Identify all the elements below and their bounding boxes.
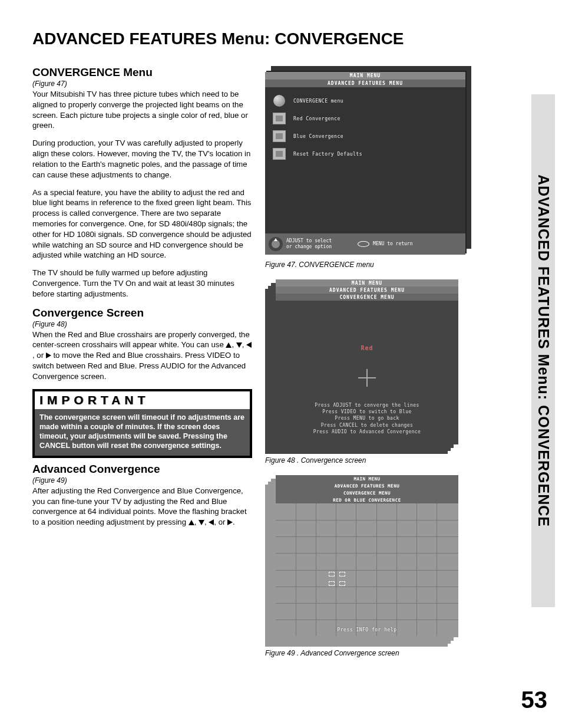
heading-convergence-menu: CONVERGENCE Menu	[32, 66, 252, 79]
fig47-item-3: Reset Factory Defaults	[272, 147, 465, 160]
fig49-grid: Press INFO for help	[276, 503, 458, 636]
fig47-item-2: Blue Convergence	[272, 130, 465, 143]
heading-advanced-convergence: Advanced Convergence	[32, 463, 252, 476]
para-cm-1: Your Mitsubishi TV has three picture tub…	[32, 89, 252, 131]
figref-47: (Figure 47)	[32, 80, 252, 88]
square-icon	[273, 148, 286, 160]
para-ac-1b: .	[233, 518, 235, 526]
arrow-right-icon	[46, 353, 51, 358]
ball-icon	[273, 95, 285, 107]
fig49-hdr4: RED OR BLUE CONVERGENCE	[276, 496, 458, 503]
fig47-footer: ADJUST to select or change option MENU t…	[265, 233, 465, 255]
para-ac-1a: After adjusting the Red Convergence and …	[32, 486, 247, 526]
fig49-hdr2: ADVANCED FEATURES MENU	[276, 482, 458, 489]
square-icon	[273, 113, 286, 124]
fig49-help: Press INFO for help	[276, 627, 458, 633]
heading-convergence-screen: Convergence Screen	[32, 307, 252, 319]
fig48-hdr2: ADVANCED FEATURES MENU	[276, 286, 458, 294]
figref-48: (Figure 48)	[32, 320, 252, 328]
fig48-instructions: Press ADJUST to converge the lines Press…	[276, 402, 458, 435]
fig47-label-2: Blue Convergence	[293, 134, 343, 139]
crosshair-icon	[358, 369, 376, 387]
fig47-hdr-sub: ADVANCED FEATURES MENU	[265, 80, 465, 87]
fig47-item-1: Red Convergence	[272, 112, 465, 125]
fig48-hdr1: MAIN MENU	[276, 279, 458, 286]
page-title: ADVANCED FEATURES Menu: CONVERGENCE	[32, 29, 562, 48]
para-cs-1b: to move the Red and Blue crosshairs. Pre…	[32, 351, 246, 381]
para-cm-4: The TV should be fully warmed up before …	[32, 268, 252, 299]
fig47-hdr-main: MAIN MENU	[265, 72, 465, 80]
para-cm-3: As a special feature, you have the abili…	[32, 187, 252, 261]
square-icon	[273, 130, 286, 142]
para-cs-1a: When the Red and Blue crosshairs are pro…	[32, 330, 250, 350]
left-column: CONVERGENCE Menu (Figure 47) Your Mitsub…	[32, 66, 265, 668]
side-tab: ADVANCED FEATURES Menu: CONVERGENCE	[531, 94, 555, 607]
fig49-hdr1: MAIN MENU	[276, 475, 458, 482]
menu-oval-icon	[358, 241, 369, 247]
fig48-hdr3: CONVERGENCE MENU	[276, 294, 458, 301]
arrow-down-icon	[236, 342, 242, 348]
fig47-label-1: Red Convergence	[293, 116, 340, 121]
fig49-hdr3: CONVERGENCE MENU	[276, 489, 458, 496]
fig47-footer-right: MENU to return	[373, 241, 412, 247]
caption-48: Figure 48 . Convergence screen	[265, 456, 483, 465]
para-cm-2: During production, your TV was carefully…	[32, 138, 252, 180]
side-tab-text: ADVANCED FEATURES Menu: CONVERGENCE	[535, 174, 552, 527]
important-body: The convergence screen will timeout if n…	[35, 409, 250, 456]
caption-47: Figure 47. CONVERGENCE menu	[265, 261, 483, 269]
arrow-left-icon	[246, 342, 252, 348]
important-callout: IMPORTANT The convergence screen will ti…	[32, 389, 252, 458]
figure-49: MAIN MENU ADVANCED FEATURES MENU CONVERG…	[265, 475, 459, 646]
caption-49: Figure 49 . Advanced Convergence screen	[265, 649, 483, 657]
figure-47: MAIN MENU ADVANCED FEATURES MENU CONVERG…	[265, 66, 471, 258]
arrow-left-icon	[209, 519, 214, 525]
fig47-item-0: CONVERGENCE menu	[272, 94, 465, 107]
fig48-red-label: Red	[276, 345, 458, 351]
arrow-right-icon	[227, 519, 233, 525]
fig47-label-0: CONVERGENCE menu	[293, 98, 343, 104]
arrow-up-icon	[226, 342, 232, 348]
fig47-label-3: Reset Factory Defaults	[293, 151, 362, 157]
flashing-bracket-icon	[329, 572, 345, 586]
arrow-up-icon	[189, 520, 194, 525]
arrow-down-icon	[199, 520, 204, 525]
para-cs-1: When the Red and Blue crosshairs are pro…	[32, 330, 252, 382]
page-number: 53	[521, 687, 548, 713]
fig47-footer-left: ADJUST to select or change option	[286, 238, 332, 249]
right-column: MAIN MENU ADVANCED FEATURES MENU CONVERG…	[265, 66, 483, 668]
figure-48: MAIN MENU ADVANCED FEATURES MENU CONVERG…	[265, 279, 459, 453]
important-header: IMPORTANT	[35, 391, 250, 409]
figref-49: (Figure 49)	[32, 476, 252, 485]
adjust-icon	[269, 237, 283, 251]
para-ac-1: After adjusting the Red Convergence and …	[32, 486, 252, 528]
content: CONVERGENCE Menu (Figure 47) Your Mitsub…	[0, 66, 562, 668]
